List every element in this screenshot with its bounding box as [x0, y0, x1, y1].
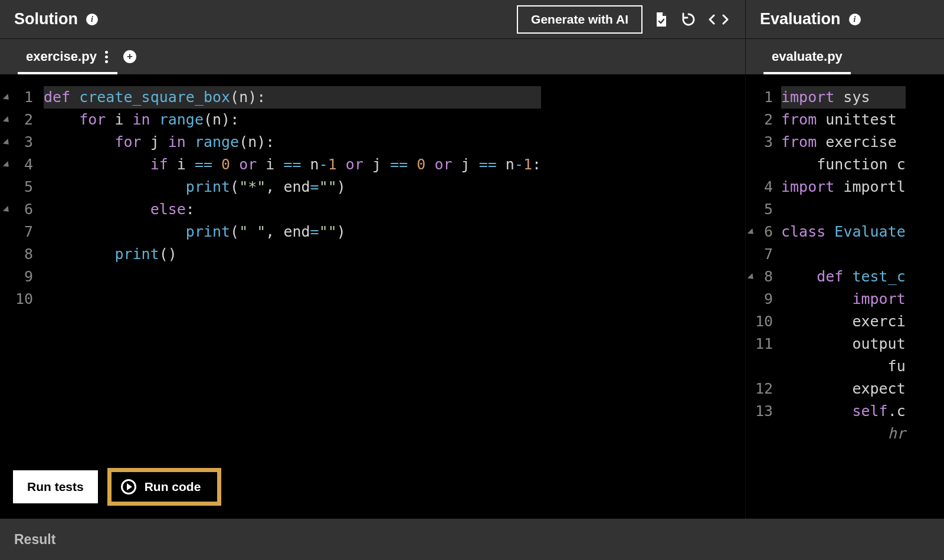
expand-icon[interactable] — [709, 14, 729, 25]
line-gutter: 123 4567891011 1213 — [746, 86, 781, 445]
info-icon[interactable]: i — [849, 14, 861, 25]
tab-exercise-py[interactable]: exercise.py — [18, 39, 117, 74]
info-icon[interactable]: i — [86, 14, 98, 25]
add-tab-icon[interactable]: + — [123, 50, 136, 63]
run-tests-button[interactable]: Run tests — [13, 470, 98, 503]
more-icon[interactable] — [104, 51, 109, 63]
run-code-button[interactable]: Run code — [107, 468, 222, 506]
solution-panel-header: Solution i Generate with AI — [0, 0, 746, 38]
play-icon — [121, 479, 136, 494]
file-icon[interactable] — [654, 11, 668, 28]
generate-with-ai-button[interactable]: Generate with AI — [517, 5, 643, 34]
evaluation-title: Evaluation — [760, 10, 841, 28]
run-code-label: Run code — [145, 480, 201, 494]
tab-label: evaluate.py — [772, 49, 843, 64]
tab-label: exercise.py — [26, 49, 97, 64]
tab-evaluate-py[interactable]: evaluate.py — [763, 39, 851, 74]
solution-title: Solution — [14, 10, 78, 28]
line-gutter: 12345678910 — [0, 86, 44, 310]
code-content[interactable]: def create_square_box(n): for i in range… — [44, 86, 541, 310]
result-title: Result — [14, 532, 55, 548]
reset-icon[interactable] — [680, 11, 697, 28]
result-panel-header[interactable]: Result — [0, 519, 944, 560]
code-content[interactable]: import sysfrom unittestfrom exercise fun… — [781, 86, 906, 445]
evaluation-editor[interactable]: 123 4567891011 1213 import sysfrom unitt… — [746, 74, 944, 519]
evaluation-panel-header: Evaluation i — [746, 0, 944, 38]
solution-editor[interactable]: 12345678910 def create_square_box(n): fo… — [0, 74, 746, 519]
